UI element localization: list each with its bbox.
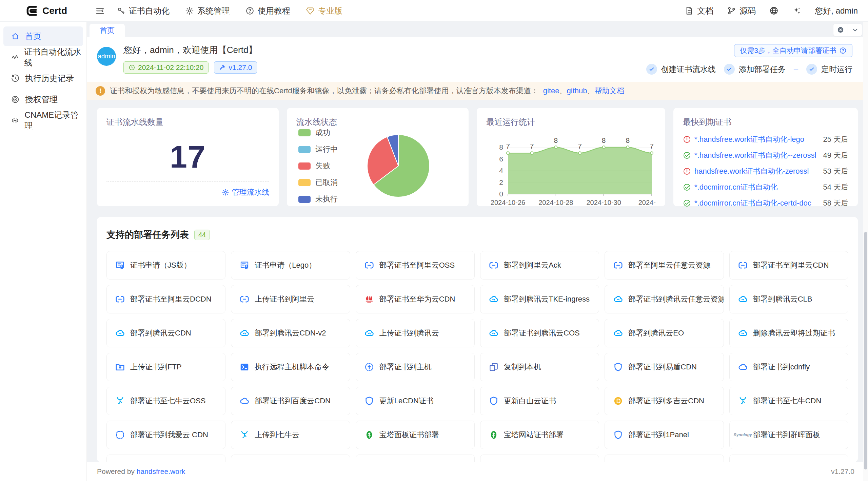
scrollbar-thumb[interactable] — [864, 232, 867, 469]
task-card-clipped[interactable] — [605, 455, 724, 462]
sidebar-item-CNAME记录管理[interactable]: CNAME记录管理 — [3, 111, 83, 130]
nav-right-0[interactable]: 文档 — [685, 5, 713, 16]
task-card-宝塔网站证书部署[interactable]: 宝塔网站证书部署 — [480, 421, 599, 449]
legend-item-失败[interactable]: 失败 — [298, 161, 338, 171]
tab-controls — [833, 24, 862, 36]
close-circle-icon — [837, 26, 844, 34]
task-card-证书申请（Lego）[interactable]: 证书申请（Lego） — [231, 251, 350, 280]
nav-right-icon-2[interactable] — [769, 6, 778, 15]
task-card-部署证书到腾讯云任意云资源[interactable]: 部署证书到腾讯云任意云资源 — [605, 285, 724, 313]
cert-icon — [115, 260, 125, 270]
cert-name-link[interactable]: *.handsfree.work证书自动化-lego — [694, 134, 804, 145]
task-card-部署证书至阿里云OSS[interactable]: 部署证书至阿里云OSS — [356, 251, 475, 280]
task-card-删除腾讯云即将过期证书[interactable]: 删除腾讯云即将过期证书 — [729, 319, 848, 347]
close-tabs-button[interactable] — [833, 24, 848, 36]
task-card-宝塔面板证书部署[interactable]: 宝塔面板证书部署 — [356, 421, 475, 449]
task-card-上传证书到腾讯云[interactable]: 上传证书到腾讯云 — [356, 319, 475, 347]
avatar[interactable]: admin — [97, 47, 116, 66]
sidebar-item-首页[interactable]: 首页 — [3, 26, 83, 46]
nav-item-4[interactable]: 专业版 — [306, 5, 342, 16]
task-label: 部署证书到1Panel — [628, 430, 689, 440]
step-label: 定时运行 — [821, 64, 852, 75]
task-card-证书申请（JS版）[interactable]: 证书申请（JS版） — [106, 251, 225, 280]
task-card-clipped[interactable] — [480, 455, 599, 462]
cert-name-link[interactable]: *.docmirror.cn证书自动化 — [694, 182, 778, 192]
welcome-header: admin 您好，admin，欢迎使用【Certd】 2024-11-02 22… — [87, 37, 868, 82]
task-card-clipped[interactable] — [729, 455, 848, 462]
banner-link-gitee[interactable]: gitee — [543, 86, 559, 95]
legend-swatch — [298, 179, 311, 186]
task-card-上传到七牛云[interactable]: 上传到七牛云 — [231, 421, 350, 449]
task-card-部署证书到腾讯云COS[interactable]: 部署证书到腾讯云COS — [480, 319, 599, 347]
sidebar-item-执行历史记录[interactable]: 执行历史记录 — [3, 69, 83, 88]
cert-name-link[interactable]: handsfree.work证书自动化-zerossl — [694, 166, 809, 176]
task-card-执行远程主机脚本命令[interactable]: 执行远程主机脚本命令 — [231, 353, 350, 381]
task-card-更新白山云证书[interactable]: 更新白山云证书 — [480, 387, 599, 415]
task-label: 部署证书至阿里云OSS — [379, 260, 455, 270]
task-card-部署证书到多吉云CDN[interactable]: 部署证书到多吉云CDN — [605, 387, 724, 415]
task-card-部署证书至阿里云DCDN[interactable]: 部署证书至阿里云DCDN — [106, 285, 225, 313]
legend-item-成功[interactable]: 成功 — [298, 128, 338, 138]
task-card-部署证书到cdnfly[interactable]: 部署证书到cdnfly — [729, 353, 848, 381]
nav-right-icon-3[interactable] — [792, 6, 801, 15]
banner-link-github[interactable]: github — [567, 86, 587, 95]
step-3[interactable]: 定时运行 — [806, 64, 852, 75]
task-card-部署证书至华为云CDN[interactable]: 部署证书至华为云CDN — [356, 285, 475, 313]
task-card-部署证书至七牛CDN[interactable]: 部署证书至七牛CDN — [729, 387, 848, 415]
task-card-部署至阿里云任意云资源[interactable]: 部署至阿里云任意云资源 — [605, 251, 724, 280]
nav-item-2[interactable]: 系统管理 — [185, 5, 230, 16]
synology-icon: Synology — [738, 430, 748, 440]
legend-item-已取消[interactable]: 已取消 — [298, 177, 338, 188]
nav-right-user[interactable]: 您好, admin — [815, 5, 858, 16]
tasks-title: 支持的部署任务列表 — [106, 229, 189, 241]
promo-badge[interactable]: 仅需3步，全自动申请部署证书 — [734, 44, 852, 57]
task-label: 部署证书到百度云CDN — [255, 396, 331, 406]
steps-row: 创建证书流水线添加部署任务–定时运行 — [646, 64, 852, 75]
task-card-clipped[interactable] — [231, 455, 350, 462]
task-card-部署证书到1Panel[interactable]: 部署证书到1Panel — [605, 421, 724, 449]
task-label: 部署证书到多吉云CDN — [628, 396, 704, 406]
nav-item-3[interactable]: 使用教程 — [245, 5, 290, 16]
nav-item-label: 证书自动化 — [129, 5, 170, 16]
task-card-部署到腾讯云CDN-v2[interactable]: 部署到腾讯云CDN-v2 — [231, 319, 350, 347]
app-logo[interactable]: Certd — [0, 4, 87, 17]
sidebar-item-证书自动化流水线[interactable]: 证书自动化流水线 — [3, 47, 83, 67]
legend-item-运行中[interactable]: 运行中 — [298, 144, 338, 154]
task-label: 部署证书至阿里云DCDN — [130, 294, 212, 304]
task-card-部署到腾讯云EO[interactable]: 部署到腾讯云EO — [605, 319, 724, 347]
legend-item-未执行[interactable]: 未执行 — [298, 194, 338, 204]
expiring-cert-row: *.docmirror.cn证书自动化54 天后 — [683, 182, 848, 192]
task-card-部署到腾讯云CLB[interactable]: 部署到腾讯云CLB — [729, 285, 848, 313]
task-card-部署到腾讯云CDN[interactable]: 部署到腾讯云CDN — [106, 319, 225, 347]
sidebar-item-授权管理[interactable]: 授权管理 — [3, 90, 83, 109]
banner-link-帮助文档[interactable]: 帮助文档 — [594, 86, 624, 95]
task-card-部署证书至七牛云OSS[interactable]: 部署证书至七牛云OSS — [106, 387, 225, 415]
task-card-部署证书到易盾CDN[interactable]: 部署证书到易盾CDN — [605, 353, 724, 381]
step-1[interactable]: 创建证书流水线 — [646, 64, 716, 75]
task-card-部署证书到群晖面板[interactable]: Synology部署证书到群晖面板 — [729, 421, 848, 449]
task-card-部署到腾讯云TKE-ingress[interactable]: 部署到腾讯云TKE-ingress — [480, 285, 599, 313]
task-card-部署证书到我爱云 CDN[interactable]: 部署证书到我爱云 CDN — [106, 421, 225, 449]
manage-pipelines-link[interactable]: 管理流水线 — [106, 182, 269, 197]
task-card-部署到阿里云Ack[interactable]: 部署到阿里云Ack — [480, 251, 599, 280]
step-2[interactable]: 添加部署任务 — [724, 64, 786, 75]
tab-home[interactable]: 首页 — [90, 24, 125, 37]
task-card-上传证书到阿里云[interactable]: 上传证书到阿里云 — [231, 285, 350, 313]
handsfree-link[interactable]: handsfree.work — [137, 467, 185, 476]
task-card-上传证书到FTP[interactable]: 上传证书到FTP — [106, 353, 225, 381]
task-card-更新LeCDN证书[interactable]: 更新LeCDN证书 — [356, 387, 475, 415]
task-card-部署证书到百度云CDN[interactable]: 部署证书到百度云CDN — [231, 387, 350, 415]
task-card-clipped[interactable] — [106, 455, 225, 462]
task-card-clipped[interactable] — [356, 455, 475, 462]
tab-menu-button[interactable] — [848, 24, 862, 36]
task-card-部署证书至阿里云CDN[interactable]: 部署证书至阿里云CDN — [729, 251, 848, 280]
cert-name-link[interactable]: *.handsfree.work证书自动化--zerossl — [694, 150, 816, 160]
svg-text:7: 7 — [650, 142, 654, 150]
nav-item-1[interactable]: 证书自动化 — [117, 5, 170, 16]
nav-right-1[interactable]: 源码 — [727, 5, 756, 16]
cert-name-link[interactable]: *.docmirror.cn证书自动化-certd-doc — [694, 198, 811, 208]
menu-fold-icon[interactable] — [95, 6, 105, 16]
globe-icon — [769, 6, 778, 15]
task-card-复制到本机[interactable]: 复制到本机 — [480, 353, 599, 381]
task-card-部署证书到主机[interactable]: 部署证书到主机 — [356, 353, 475, 381]
